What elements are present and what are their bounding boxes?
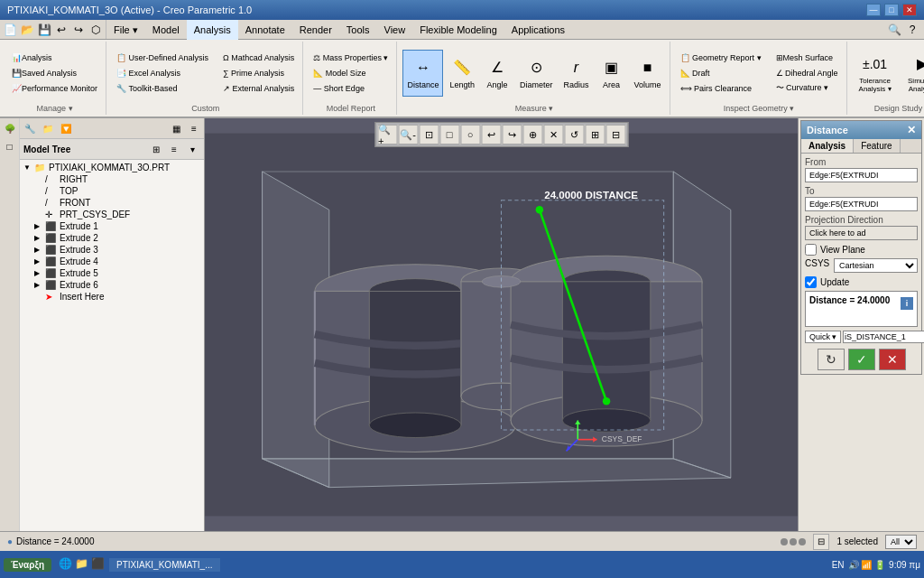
prev-view-btn[interactable]: ↩ [481, 125, 501, 144]
geometry-report-btn[interactable]: 📋 Geometry Report ▾ [676, 51, 766, 65]
dihedral-angle-btn[interactable]: ∠ Dihedral Angle [772, 66, 843, 80]
maximize-button[interactable]: □ [884, 4, 899, 16]
tree-list-btn[interactable]: ≡ [186, 120, 202, 136]
window-btn[interactable]: □ [439, 125, 459, 144]
dialog-close-btn[interactable]: ✕ [907, 124, 916, 136]
tree-item-extrude1[interactable]: ▶ ⬛ Extrude 1 [22, 220, 202, 232]
ok-btn[interactable]: ✓ [848, 349, 875, 370]
redo-button[interactable]: ↪ [70, 22, 87, 38]
tree-item-extrude6[interactable]: ▶ ⬛ Extrude 6 [22, 279, 202, 291]
menu-annotate[interactable]: Annotate [238, 20, 292, 40]
new-button[interactable]: 📄 [2, 22, 18, 38]
zoom-in-btn[interactable]: 🔍+ [377, 125, 397, 144]
draft-btn[interactable]: 📐 Draft [676, 66, 766, 80]
fit-btn[interactable]: ⊡ [419, 125, 439, 144]
distance-btn[interactable]: ↔ Distance [402, 50, 443, 97]
tree-item-extrude5[interactable]: ▶ ⬛ Extrude 5 [22, 267, 202, 279]
filter-select[interactable]: All [885, 535, 917, 549]
tree-item-csys[interactable]: ✛ PRT_CSYS_DEF [22, 209, 202, 220]
menu-analysis[interactable]: Analysis [187, 20, 238, 40]
open-button[interactable]: 📂 [19, 22, 35, 38]
tree-item-extrude2[interactable]: ▶ ⬛ Extrude 2 [22, 232, 202, 244]
menu-render[interactable]: Render [292, 20, 339, 40]
tree-options-btn[interactable]: ▦ [168, 120, 184, 136]
menu-applications[interactable]: Applications [504, 20, 572, 40]
radius-btn[interactable]: r Radius [559, 50, 593, 97]
view-plane-checkbox[interactable] [805, 244, 817, 256]
close-button[interactable]: ✕ [902, 4, 917, 16]
tree-item-extrude4[interactable]: ▶ ⬛ Extrude 4 [22, 256, 202, 267]
to-value[interactable]: Edge:F5(EXTRUDI [805, 197, 918, 211]
model-tree-icon[interactable]: 🌳 [2, 120, 18, 136]
zoom-out-btn[interactable]: 🔍- [398, 125, 418, 144]
toolkit-btn[interactable]: 🔧 Toolkit-Based [112, 81, 213, 96]
help-icon[interactable]: ? [904, 22, 920, 38]
status-icon-btn[interactable]: ⊟ [813, 534, 829, 550]
volume-btn[interactable]: ■ Volume [629, 50, 665, 97]
refresh-btn[interactable]: ↻ [818, 349, 845, 370]
performance-monitor-btn[interactable]: 📈 Performance Monitor [7, 81, 102, 96]
tree-item-right[interactable]: / RIGHT [22, 173, 202, 185]
undo-button[interactable]: ↩ [53, 22, 69, 38]
3d-view-button[interactable]: ⬡ [88, 22, 104, 38]
analysis-btn[interactable]: 📊 Analysis [7, 51, 102, 65]
tree-filter-btn[interactable]: 🔽 [58, 120, 74, 136]
tree-item-front[interactable]: / FRONT [22, 197, 202, 209]
saved-analysis-btn[interactable]: 💾 Saved Analysis [7, 66, 102, 80]
simulate-btn[interactable]: ▶ SimulateAnalysis [900, 50, 924, 97]
search-icon[interactable]: 🔍 [886, 22, 902, 38]
short-edge-btn[interactable]: — Short Edge [309, 81, 393, 96]
pairs-clearance-btn[interactable]: ⟺ Pairs Clearance [676, 81, 766, 96]
tree-cols-btn[interactable]: ≡ [166, 141, 182, 157]
tree-item-insert[interactable]: ➤ Insert Here [22, 291, 202, 303]
reset-btn[interactable]: ⊕ [522, 125, 542, 144]
prime-btn[interactable]: ∑ Prime Analysis [218, 66, 299, 80]
tree-item-extrude3[interactable]: ▶ ⬛ Extrude 3 [22, 244, 202, 256]
area-btn[interactable]: ▣ Area [595, 50, 627, 97]
projection-btn[interactable]: Click here to ad [805, 226, 918, 240]
excel-analysis-btn[interactable]: 📑 Excel Analysis [112, 66, 213, 80]
taskbar-creo-item[interactable]: PTIXIAKI_KOMMATI_... [109, 558, 220, 572]
menu-model[interactable]: Model [145, 20, 187, 40]
save-button[interactable]: 💾 [36, 22, 52, 38]
csys-select[interactable]: Cartesian [834, 258, 918, 273]
user-defined-btn[interactable]: 📋 User-Defined Analysis [112, 51, 213, 65]
param-field[interactable] [843, 331, 924, 343]
menu-file[interactable]: File ▾ [106, 20, 145, 40]
layer-icon[interactable]: □ [2, 138, 18, 154]
mass-properties-btn[interactable]: ⚖ Mass Properties ▾ [309, 51, 393, 65]
tree-menu-btn[interactable]: ▾ [184, 141, 200, 157]
tolerance-btn[interactable]: ±.01 ToleranceAnalysis ▾ [853, 50, 898, 97]
start-button[interactable]: Έναρξη [4, 558, 51, 572]
length-btn[interactable]: 📏 Length [445, 50, 479, 97]
extra-btn[interactable]: ⊟ [605, 125, 625, 144]
from-value[interactable]: Edge:F5(EXTRUDI [805, 168, 918, 182]
mesh-surface-btn[interactable]: ⊞ Mesh Surface [772, 51, 843, 65]
tab-analysis[interactable]: Analysis [801, 139, 854, 153]
circle-btn[interactable]: ○ [460, 125, 480, 144]
tree-item-top[interactable]: / TOP [22, 185, 202, 197]
tree-settings-btn[interactable]: 🔧 [22, 120, 38, 136]
update-checkbox[interactable] [805, 276, 817, 288]
tree-view-btn[interactable]: ⊞ [148, 141, 164, 157]
next-view-btn[interactable]: ↪ [502, 125, 522, 144]
external-btn[interactable]: ↗ External Analysis [218, 81, 299, 96]
menu-tools[interactable]: Tools [339, 20, 377, 40]
remove-btn[interactable]: ✕ [543, 125, 563, 144]
cancel-btn[interactable]: ✕ [879, 349, 906, 370]
menu-flexible[interactable]: Flexible Modeling [412, 20, 504, 40]
rotate-btn[interactable]: ↺ [564, 125, 584, 144]
model-size-btn[interactable]: 📐 Model Size [309, 66, 393, 80]
grid-btn[interactable]: ⊞ [585, 125, 605, 144]
mathcad-btn[interactable]: Ω Mathcad Analysis [218, 51, 299, 65]
minimize-button[interactable]: — [866, 4, 881, 16]
curvature-btn[interactable]: 〜 Curvature ▾ [772, 81, 843, 96]
diameter-btn[interactable]: ⊙ Diameter [515, 50, 558, 97]
tree-item-root[interactable]: ▼ 📁 PTIXIAKI_KOMMATI_3O.PRT [22, 162, 202, 173]
quick-btn[interactable]: Quick ▾ [805, 331, 841, 343]
info-icon[interactable]: i [901, 297, 913, 310]
angle-btn[interactable]: ∠ Angle [481, 50, 513, 97]
tab-feature[interactable]: Feature [854, 139, 900, 153]
menu-view[interactable]: View [377, 20, 413, 40]
tree-expand-btn[interactable]: 📁 [40, 120, 56, 136]
